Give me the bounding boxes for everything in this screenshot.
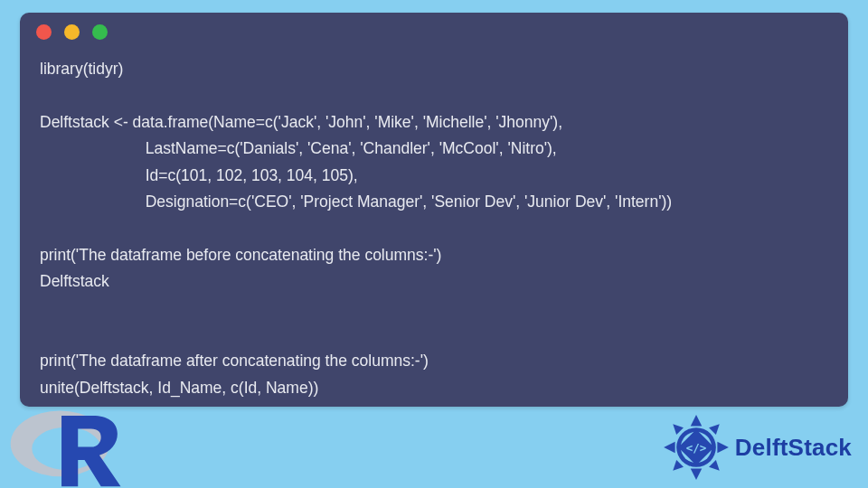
delftstack-badge-icon: </> — [661, 412, 731, 483]
delftstack-logo: </> DelftStack — [661, 412, 852, 483]
delftstack-logo-text: DelftStack — [735, 434, 852, 462]
code-window: library(tidyr) Delftstack <- data.frame(… — [20, 13, 848, 407]
maximize-icon — [92, 24, 108, 40]
minimize-icon — [64, 24, 80, 40]
code-block: library(tidyr) Delftstack <- data.frame(… — [20, 51, 848, 401]
close-icon — [36, 24, 52, 40]
svg-text:</>: </> — [686, 441, 707, 455]
window-titlebar — [20, 13, 848, 51]
r-language-logo-icon — [5, 398, 127, 488]
